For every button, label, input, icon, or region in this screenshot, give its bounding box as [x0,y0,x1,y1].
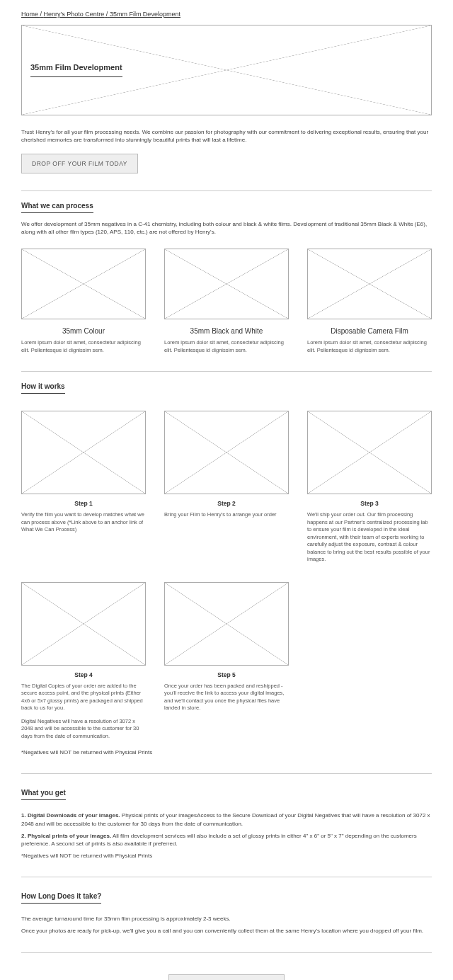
step-item: Step 3 We'll ship your order out. Our fi… [307,411,432,563]
divider [21,773,432,774]
step-label: Step 5 [164,671,289,680]
long-p1: The average turnaround time for 35mm fil… [21,915,432,923]
step-label: Step 1 [21,500,146,508]
divider [21,190,432,191]
crumb-sep: / [40,11,42,18]
page-title: 35mm Film Development [30,62,122,76]
step-item: Step 4 The Digital Copies of your order … [21,582,146,740]
step-desc: Bring your Film to Henry's to arrange yo… [164,511,289,519]
step-item: Step 1 Verify the film you want to devel… [21,411,146,563]
step-item: Step 5 Once your order has been packed a… [164,582,289,740]
placeholder-image [307,249,432,319]
drop-off-button[interactable]: DROP OFF YOUR FILM TODAY [21,154,138,173]
process-item-desc: Lorem ipsum dolor sit amet, consectetur … [164,339,289,354]
step-desc: Verify the film you want to develop matc… [21,511,146,534]
get-note: *Negatives will NOT be returned with Phy… [21,852,432,860]
process-item-desc: Lorem ipsum dolor sit amet, consectetur … [21,339,146,354]
step-item: Step 2 Bring your Film to Henry's to arr… [164,411,289,563]
process-body: We offer development of 35mm negatives i… [21,220,432,236]
placeholder-image [21,582,146,666]
section-heading-how: How it works [21,382,65,394]
get-body: 1. Digital Downloads of your images. Phy… [21,811,432,860]
section-heading-get: What you get [21,788,66,800]
process-item-desc: Lorem ipsum dolor sit amet, consectetur … [307,339,432,354]
placeholder-image [164,249,289,319]
process-item-title: Disposable Camera Film [307,326,432,336]
crumb-home[interactable]: Home [21,11,38,18]
process-item-title: 35mm Colour [21,326,146,336]
step-desc-extra: Digital Negatives will have a resolution… [21,718,146,741]
long-p2: Once your photos are ready for pick-up, … [21,927,432,935]
process-item: 35mm Colour Lorem ipsum dolor sit amet, … [21,249,146,354]
process-item: Disposable Camera Film Lorem ipsum dolor… [307,249,432,354]
step-desc: The Digital Copies of your order are add… [21,683,146,712]
how-grid: Step 1 Verify the film you want to devel… [21,411,432,563]
placeholder-image [21,249,146,319]
section-heading-process: What we can process [21,201,93,213]
placeholder-image [164,411,289,494]
drop-off-button-bottom[interactable]: DROP OFF YOUR FILM TODAY [168,974,285,980]
crumb-current: 35mm Film Development [110,11,180,18]
placeholder-image [307,411,432,494]
step-label: Step 4 [21,671,146,680]
step-label: Step 3 [307,500,432,508]
hero-banner: 35mm Film Development [21,25,432,115]
divider [21,952,432,953]
process-grid: 35mm Colour Lorem ipsum dolor sit amet, … [21,249,432,354]
divider [21,371,432,372]
divider [21,877,432,877]
placeholder-image [21,411,146,494]
how-note: *Negatives will NOT be returned with Phy… [21,748,432,756]
breadcrumb: Home / Henry's Photo Centre / 35mm Film … [21,10,432,19]
step-desc: We'll ship your order out. Our film proc… [307,511,432,564]
section-heading-long: How Long Does it take? [21,891,101,904]
long-body: The average turnaround time for 35mm fil… [21,915,432,935]
how-grid-2: Step 4 The Digital Copies of your order … [21,582,432,740]
get-p1-bold: 1. Digital Downloads of your images. [21,812,120,819]
get-p2-bold: 2. Physical prints of your images. [21,833,111,839]
process-item: 35mm Black and White Lorem ipsum dolor s… [164,249,289,354]
placeholder-image [164,582,289,666]
step-desc: Once your order has been packed and resh… [164,683,289,712]
intro-text: Trust Henry's for all your film processi… [21,128,432,144]
crumb-centre[interactable]: Henry's Photo Centre [44,11,105,18]
crumb-sep: / [106,11,108,18]
process-item-title: 35mm Black and White [164,326,289,336]
step-label: Step 2 [164,500,289,508]
